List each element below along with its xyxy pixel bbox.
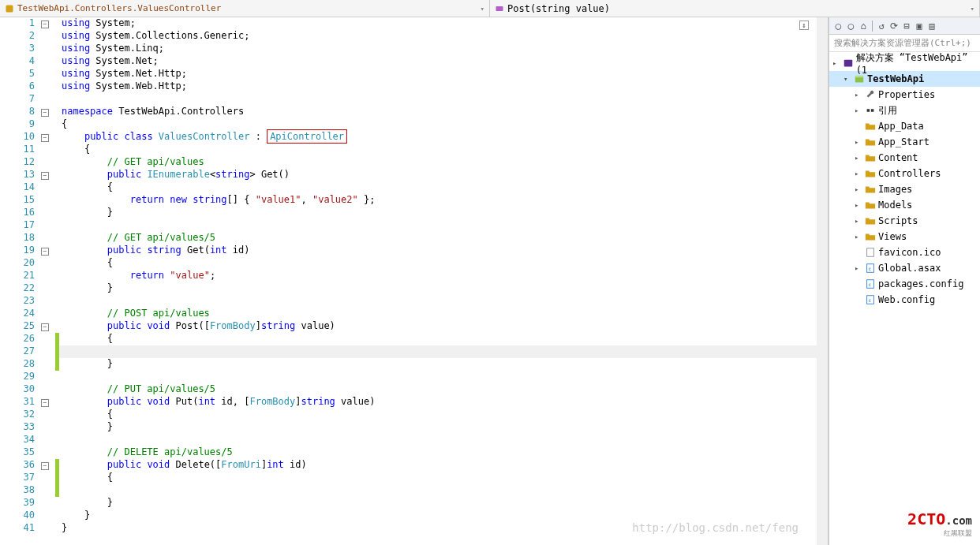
solution-search[interactable]: 搜索解决方案资源管理器(Ctrl+;) [829, 35, 980, 52]
code-line[interactable]: } [62, 497, 817, 510]
code-line[interactable]: // PUT api/values/5 [62, 383, 817, 396]
code-line[interactable]: // DELETE api/values/5 [62, 446, 817, 459]
code-line[interactable]: { [62, 333, 817, 345]
nav-member-dropdown[interactable]: Post(string value) ▾ [490, 0, 980, 17]
refresh-icon[interactable]: ⟳ [888, 21, 900, 32]
svg-text:c: c [868, 282, 871, 287]
code-line[interactable]: public IEnumerable<string> Get() [62, 169, 817, 181]
forward-icon[interactable]: ◯ [845, 21, 856, 32]
code-line[interactable]: using System.Net.Http; [62, 68, 817, 80]
code-line[interactable]: { [62, 257, 817, 270]
tree-item[interactable]: ▸App_Start [829, 134, 980, 150]
svg-rect-6 [871, 109, 874, 112]
code-line[interactable]: { [62, 472, 817, 484]
code-line[interactable]: public string Get(int id) [62, 245, 817, 257]
tree-item[interactable]: ▸cGlobal.asax [829, 260, 980, 276]
tree-item[interactable]: cpackages.config [829, 276, 980, 292]
back-icon[interactable]: ◯ [832, 21, 843, 32]
properties-icon[interactable]: ▤ [926, 21, 937, 32]
tree-label: Controllers [878, 168, 941, 179]
solution-tree[interactable]: ▸解决方案 “TestWebApi” (1▾TestWebApi▸Propert… [829, 52, 980, 545]
fold-toggle[interactable]: − [41, 323, 49, 331]
code-line[interactable] [62, 345, 817, 358]
code-line[interactable]: { [62, 144, 817, 156]
code-line[interactable] [62, 371, 817, 383]
sync-icon[interactable]: ↺ [876, 21, 887, 32]
code-line[interactable] [62, 93, 817, 106]
fold-toggle[interactable]: − [41, 21, 49, 28]
code-line[interactable]: using System; [62, 17, 817, 30]
expand-arrow-icon[interactable]: ▸ [855, 138, 862, 146]
code-line[interactable]: { [62, 409, 817, 421]
line-gutter[interactable]: 1−2345678−910−111213−141516171819−202122… [0, 17, 55, 535]
code-editor[interactable]: ↕ 1−2345678−910−111213−141516171819−2021… [0, 17, 829, 545]
tree-item[interactable]: cWeb.config [829, 292, 980, 308]
expand-arrow-icon[interactable]: ▸ [855, 91, 862, 99]
search-placeholder: 搜索解决方案资源管理器(Ctrl+;) [834, 37, 971, 49]
code-line[interactable] [62, 219, 817, 232]
tree-item[interactable]: ▸Properties [829, 87, 980, 103]
code-line[interactable]: public void Post([FromBody]string value) [62, 320, 817, 333]
tree-label: Content [878, 152, 918, 163]
tree-label: Views [878, 231, 907, 242]
code-line[interactable]: } [62, 421, 817, 434]
expand-arrow-icon[interactable]: ▸ [832, 59, 840, 67]
expand-arrow-icon[interactable]: ▸ [855, 106, 862, 114]
tree-item[interactable]: favicon.ico [829, 245, 980, 260]
fold-toggle[interactable]: − [41, 399, 49, 407]
expand-arrow-icon[interactable]: ▸ [855, 217, 862, 225]
fold-toggle[interactable]: − [41, 248, 49, 256]
expand-arrow-icon[interactable]: ▸ [855, 264, 862, 272]
code-line[interactable]: return new string[] { "value1", "value2"… [62, 194, 817, 207]
nav-class-dropdown[interactable]: TestWebApi.Controllers.ValuesController … [0, 0, 490, 17]
expand-arrow-icon[interactable]: ▸ [855, 170, 862, 177]
code-line[interactable]: using System.Net; [62, 55, 817, 68]
tree-item[interactable]: ▸Models [829, 197, 980, 213]
code-line[interactable]: using System.Collections.Generic; [62, 30, 817, 43]
code-line[interactable]: // GET api/values [62, 156, 817, 169]
code-line[interactable]: public void Delete([FromUri]int id) [62, 459, 817, 472]
tree-label: Properties [878, 89, 935, 100]
home-icon[interactable]: ⌂ [858, 21, 869, 32]
code-line[interactable] [62, 434, 817, 446]
fold-toggle[interactable]: − [41, 134, 49, 142]
code-line[interactable]: // POST api/values [62, 308, 817, 320]
svg-rect-5 [867, 109, 870, 112]
fold-toggle[interactable]: − [41, 172, 49, 180]
tree-item[interactable]: ▸解决方案 “TestWebApi” (1 [829, 55, 980, 71]
code-area[interactable]: using System;using System.Collections.Ge… [62, 17, 817, 535]
code-line[interactable]: } [62, 207, 817, 219]
code-line[interactable]: namespace TestWebApi.Controllers [62, 106, 817, 118]
code-line[interactable]: using System.Web.Http; [62, 80, 817, 93]
code-line[interactable] [62, 484, 817, 497]
code-line[interactable]: public void Put(int id, [FromBody]string… [62, 396, 817, 409]
tree-item[interactable]: ▸引用 [829, 103, 980, 118]
code-line[interactable]: public class ValuesController : ApiContr… [62, 131, 817, 144]
tree-item[interactable]: ▸Controllers [829, 166, 980, 181]
tree-item[interactable]: ▸Content [829, 150, 980, 166]
tree-item[interactable]: ▸Scripts [829, 213, 980, 229]
tree-item[interactable]: ▸Views [829, 229, 980, 245]
expand-arrow-icon[interactable]: ▸ [855, 154, 862, 162]
vertical-scrollbar[interactable] [817, 17, 828, 545]
expand-arrow-icon[interactable]: ▸ [855, 233, 862, 241]
code-line[interactable]: return "value"; [62, 270, 817, 282]
collapse-icon[interactable]: ⊟ [901, 21, 912, 32]
tree-item[interactable]: App_Data [829, 118, 980, 134]
show-all-icon[interactable]: ▣ [914, 21, 925, 32]
code-line[interactable]: } [62, 282, 817, 295]
fold-toggle[interactable]: − [41, 462, 49, 470]
code-line[interactable]: } [62, 510, 817, 522]
expand-arrow-icon[interactable]: ▸ [855, 201, 862, 209]
code-line[interactable]: } [62, 358, 817, 371]
code-line[interactable]: { [62, 181, 817, 194]
code-line[interactable]: { [62, 118, 817, 131]
code-line[interactable]: // GET api/values/5 [62, 232, 817, 245]
expand-arrow-icon[interactable]: ▾ [843, 75, 851, 83]
tree-label: App_Start [878, 136, 930, 147]
fold-toggle[interactable]: − [41, 109, 49, 117]
code-line[interactable]: using System.Linq; [62, 43, 817, 55]
code-line[interactable] [62, 295, 817, 308]
expand-arrow-icon[interactable]: ▸ [855, 185, 862, 193]
tree-item[interactable]: ▸Images [829, 181, 980, 197]
